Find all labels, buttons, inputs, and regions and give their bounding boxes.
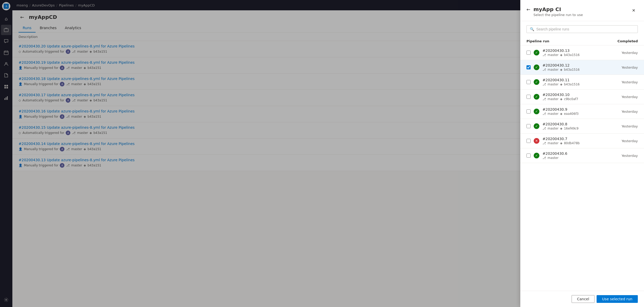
search-icon: 🔍: [530, 27, 534, 31]
run-info: #20200430.6 ⎇ master: [542, 151, 609, 160]
run-status-icon: ✕: [534, 138, 539, 144]
run-status-icon: ✓: [534, 79, 539, 85]
run-list-header-run: Pipeline run: [526, 39, 612, 43]
panel-header: ← myApp CI Select the pipeline run to us…: [520, 0, 644, 21]
run-commit: b43a1516: [564, 53, 580, 57]
run-meta: ⎇ master ◈c9bc0af7: [542, 97, 609, 101]
run-meta: ⎇ master ◈80db478b: [542, 141, 609, 145]
run-commit: 16ef49c9: [564, 127, 578, 130]
run-checkbox[interactable]: [526, 139, 531, 143]
run-checkbox[interactable]: [526, 80, 531, 84]
run-commit: b43a1516: [564, 83, 580, 86]
run-completed: Yesterday: [612, 80, 638, 84]
run-completed: Yesterday: [612, 66, 638, 69]
run-meta: ⎇ master ◈16ef49c9: [542, 127, 609, 130]
run-info: #20200430.9 ⎇ master ◈eaa406f3: [542, 107, 609, 116]
run-checkbox[interactable]: [526, 109, 531, 114]
run-info: #20200430.7 ⎇ master ◈80db478b: [542, 137, 609, 145]
run-commit-icon: ◈: [560, 112, 562, 116]
run-number: #20200430.12: [542, 63, 609, 67]
run-branch: master: [548, 68, 558, 71]
run-status-icon: ✓: [534, 109, 539, 114]
panel-subtitle: Select the pipeline run to use: [533, 13, 583, 17]
run-list-item[interactable]: ✓ #20200430.6 ⎇ master Yesterday: [520, 148, 644, 163]
run-meta: ⎇ master ◈b43a1516: [542, 53, 609, 57]
run-commit-icon: ◈: [560, 68, 562, 71]
panel-title: myApp CI: [533, 6, 583, 12]
run-list-item[interactable]: ✓ #20200430.8 ⎇ master ◈16ef49c9 Yesterd…: [520, 119, 644, 134]
run-branch-icon: ⎇: [542, 53, 546, 57]
run-list-item[interactable]: ✓ #20200430.13 ⎇ master ◈b43a1516 Yester…: [520, 45, 644, 60]
run-list: ✓ #20200430.13 ⎇ master ◈b43a1516 Yester…: [520, 45, 644, 291]
run-commit-icon: ◈: [560, 83, 562, 86]
run-checkbox[interactable]: [526, 95, 531, 99]
run-branch-icon: ⎇: [542, 83, 546, 86]
run-checkbox[interactable]: [526, 65, 531, 69]
run-branch: master: [548, 97, 558, 101]
run-info: #20200430.13 ⎇ master ◈b43a1516: [542, 49, 609, 57]
run-completed: Yesterday: [612, 95, 638, 99]
run-completed: Yesterday: [612, 124, 638, 128]
run-branch: master: [548, 112, 558, 116]
panel-title-area: ← myApp CI Select the pipeline run to us…: [526, 6, 583, 17]
run-meta: ⎇ master ◈b43a1516: [542, 83, 609, 86]
run-branch-icon: ⎇: [542, 97, 546, 101]
run-completed: Yesterday: [612, 110, 638, 114]
run-commit-icon: ◈: [560, 97, 562, 101]
run-checkbox[interactable]: [526, 124, 531, 128]
run-commit-icon: ◈: [560, 127, 562, 130]
run-branch: master: [548, 156, 558, 160]
run-status-icon: ✓: [534, 153, 539, 158]
run-status-icon: ✓: [534, 50, 539, 55]
run-branch-icon: ⎇: [542, 156, 546, 160]
run-status-icon: ✓: [534, 123, 539, 129]
run-meta: ⎇ master: [542, 156, 609, 160]
run-info: #20200430.8 ⎇ master ◈16ef49c9: [542, 122, 609, 130]
run-meta: ⎇ master ◈b43a1516: [542, 68, 609, 71]
run-commit: c9bc0af7: [564, 97, 578, 101]
run-info: #20200430.11 ⎇ master ◈b43a1516: [542, 78, 609, 86]
run-list-header: Pipeline run Completed: [520, 37, 644, 45]
run-commit: b43a1516: [564, 68, 580, 71]
run-branch: master: [548, 53, 558, 57]
run-completed: Yesterday: [612, 51, 638, 55]
run-branch: master: [548, 83, 558, 86]
cancel-button[interactable]: Cancel: [572, 295, 595, 303]
run-branch-icon: ⎇: [542, 141, 546, 145]
run-checkbox[interactable]: [526, 51, 531, 55]
run-completed: Yesterday: [612, 139, 638, 143]
run-number: #20200430.7: [542, 137, 609, 141]
run-info: #20200430.12 ⎇ master ◈b43a1516: [542, 63, 609, 71]
run-number: #20200430.9: [542, 107, 609, 111]
run-list-item[interactable]: ✕ #20200430.7 ⎇ master ◈80db478b Yesterd…: [520, 134, 644, 148]
run-number: #20200430.10: [542, 93, 609, 97]
run-info: #20200430.10 ⎇ master ◈c9bc0af7: [542, 93, 609, 101]
run-commit: eaa406f3: [564, 112, 579, 116]
run-branch-icon: ⎇: [542, 127, 546, 130]
run-status-icon: ✓: [534, 64, 539, 70]
panel-back-button[interactable]: ←: [526, 7, 530, 12]
run-completed: Yesterday: [612, 154, 638, 158]
run-list-item[interactable]: ✓ #20200430.12 ⎇ master ◈b43a1516 Yester…: [520, 60, 644, 75]
panel-close-button[interactable]: ✕: [630, 6, 638, 14]
run-number: #20200430.13: [542, 49, 609, 53]
run-branch: master: [548, 141, 558, 145]
run-list-header-completed: Completed: [612, 39, 638, 43]
run-list-item[interactable]: ✓ #20200430.9 ⎇ master ◈eaa406f3 Yesterd…: [520, 104, 644, 119]
run-list-item[interactable]: ✓ #20200430.10 ⎇ master ◈c9bc0af7 Yester…: [520, 90, 644, 104]
panel-title-text: myApp CI Select the pipeline run to use: [533, 6, 583, 17]
search-input[interactable]: [536, 27, 634, 31]
run-commit-icon: ◈: [560, 53, 562, 57]
search-box[interactable]: 🔍: [526, 25, 638, 33]
run-branch: master: [548, 127, 558, 130]
run-branch-icon: ⎇: [542, 112, 546, 116]
use-selected-run-button[interactable]: Use selected run: [597, 295, 638, 303]
panel-search-area: 🔍: [520, 21, 644, 37]
run-commit-icon: ◈: [560, 141, 562, 145]
run-list-item[interactable]: ✓ #20200430.11 ⎇ master ◈b43a1516 Yester…: [520, 75, 644, 90]
run-number: #20200430.8: [542, 122, 609, 126]
run-checkbox[interactable]: [526, 154, 531, 158]
panel-footer: Cancel Use selected run: [520, 291, 644, 307]
panel: ← myApp CI Select the pipeline run to us…: [520, 0, 644, 307]
run-branch-icon: ⎇: [542, 68, 546, 71]
